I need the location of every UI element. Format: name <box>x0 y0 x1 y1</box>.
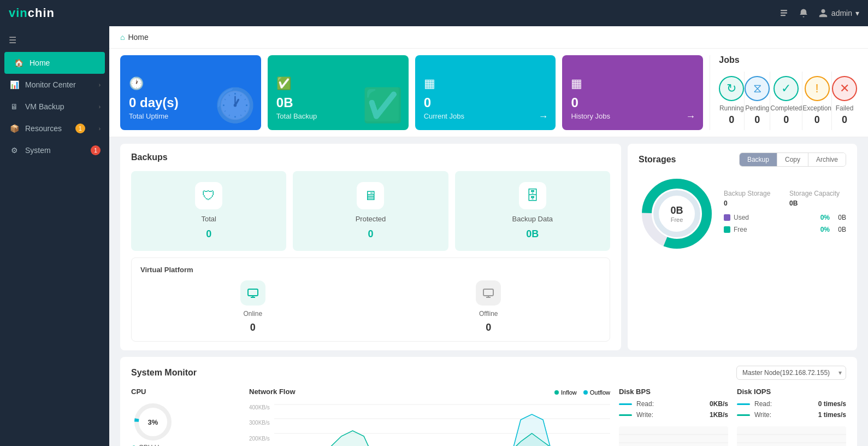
logo-chin: chin <box>28 6 55 20</box>
sidebar-item-resources[interactable]: 📦 Resources 1 › <box>0 118 109 139</box>
iops-chart-area <box>737 426 846 446</box>
job-pending[interactable]: ⧖ Pending 0 <box>745 72 770 130</box>
disk-iops-section: Disk IOPS Read: 0 times/s Write: 1 times… <box>737 388 846 446</box>
stat-card-current[interactable]: ▦ 0 Current Jobs → <box>415 55 556 130</box>
cpu-value: 3% <box>148 418 158 426</box>
svg-rect-2 <box>781 15 786 16</box>
backup-stat-total: 🛡 Total 0 <box>131 171 286 251</box>
sidebar-item-home[interactable]: 🏠 Home <box>4 52 105 74</box>
cpu-label-text: CPU Usage <box>139 444 173 446</box>
offline-count: 0 <box>486 322 491 333</box>
cpu-label-icon: ⊙ <box>131 444 137 446</box>
job-completed[interactable]: ✓ Completed 0 <box>770 72 802 130</box>
history-icon: ▦ <box>571 77 694 91</box>
job-running[interactable]: ↻ Running 0 <box>719 72 745 130</box>
data-value: 0B <box>526 228 539 240</box>
data-icon: 🗄 <box>519 182 546 209</box>
sm-header: System Monitor Master Node(192.168.72.15… <box>131 366 846 380</box>
completed-icon: ✓ <box>773 76 799 101</box>
sm-grid: CPU 3% ⊙ CPU Usage <box>131 388 846 446</box>
vp-items: Online 0 Offline 0 <box>140 280 601 333</box>
uptime-bg-icon: 🕐 <box>215 86 256 125</box>
job-exception[interactable]: ! Exception 0 <box>802 72 832 130</box>
cpu-gauge: 3% <box>131 400 240 444</box>
failed-icon: ✕ <box>832 76 857 101</box>
legend-free-pct: 0% <box>820 226 830 233</box>
legend-free-val: 0B <box>833 226 846 233</box>
svg-rect-0 <box>781 10 787 11</box>
backup-stat-data: 🗄 Backup Data 0B <box>455 171 610 251</box>
legend-dot-used <box>724 214 730 221</box>
tab-archive[interactable]: Archive <box>808 153 846 166</box>
history-arrow: → <box>686 111 695 122</box>
resources-icon: 📦 <box>9 123 20 134</box>
system-badge: 1 <box>91 145 101 155</box>
y-400: 400KB/s <box>249 404 270 410</box>
storage-tabs: Backup Copy Archive <box>739 152 846 167</box>
sidebar: ☰ 🏠 Home 📊 Monitor Center › 🖥 VM Backup … <box>0 26 109 446</box>
failed-count: 0 <box>842 114 847 126</box>
tab-backup[interactable]: Backup <box>740 153 777 166</box>
disk-iops-title: Disk IOPS <box>737 388 846 396</box>
resources-arrow: › <box>99 126 101 132</box>
sidebar-item-vmbackup[interactable]: 🖥 VM Backup › <box>0 96 109 118</box>
offline-icon <box>476 280 501 306</box>
pending-label: Pending <box>745 104 769 112</box>
storages-title: Storages <box>639 155 676 165</box>
legend-used-row: Used 0% 0B <box>724 214 846 221</box>
inflow-legend: Inflow <box>554 389 577 396</box>
notes-icon[interactable] <box>779 8 789 18</box>
sidebar-label-system: System <box>25 146 51 155</box>
legend-used-val: 0B <box>833 214 846 221</box>
jobs-items: ↻ Running 0 ⧖ Pending 0 ✓ Completed 0 <box>719 72 857 130</box>
jobs-panel: Jobs ↻ Running 0 ⧖ Pending 0 ✓ Completed <box>710 55 857 130</box>
storage-meta: Backup Storage Storage Capacity 0 0B <box>724 190 846 207</box>
tab-copy[interactable]: Copy <box>777 153 808 166</box>
cpu-donut: 3% <box>131 400 175 444</box>
running-label: Running <box>719 104 744 112</box>
backup-stat-protected: 🖥 Protected 0 <box>293 171 448 251</box>
sidebar-toggle[interactable]: ☰ <box>0 31 109 50</box>
network-svg-wrap <box>274 403 610 446</box>
bps-read-label: Read: <box>636 400 654 408</box>
stat-card-history[interactable]: ▦ 0 History Jobs → <box>562 55 703 130</box>
admin-button[interactable]: admin ▾ <box>818 8 859 18</box>
network-chart-area: 400KB/s 300KB/s 200KB/s 100KB/s <box>249 403 610 446</box>
logo-vin: vin <box>9 6 28 20</box>
node-select[interactable]: Master Node(192.168.72.155) <box>736 366 846 380</box>
admin-label: admin <box>831 9 852 17</box>
running-count: 0 <box>729 114 734 126</box>
total-value: 0 <box>206 228 211 240</box>
iops-write-value: 1 times/s <box>818 411 846 419</box>
iops-read-value: 0 times/s <box>818 400 846 408</box>
disk-iops-write: Write: 1 times/s <box>737 411 846 419</box>
stat-card-uptime[interactable]: 🕐 0 day(s) Total Uptime 🕐 <box>120 55 261 130</box>
sidebar-label-home: Home <box>29 58 50 67</box>
backups-section: Backups 🛡 Total 0 🖥 Protected 0 🗄 Bac <box>120 144 621 350</box>
system-monitor: System Monitor Master Node(192.168.72.15… <box>120 357 857 446</box>
backup-storage-value: 0 <box>724 199 781 207</box>
monitor-icon: 📊 <box>9 79 20 90</box>
exception-label: Exception <box>802 104 831 112</box>
iops-read-line <box>737 403 750 405</box>
network-title: Network Flow <box>249 388 296 396</box>
vp-title: Virtual Platform <box>140 266 601 274</box>
svg-rect-4 <box>483 289 493 296</box>
bps-read-value: 0KB/s <box>710 400 728 408</box>
backups-title: Backups <box>131 152 610 162</box>
total-label: Total <box>201 215 216 223</box>
stat-card-backup[interactable]: ✅ 0B Total Backup ✅ <box>268 55 409 130</box>
current-label: Current Jobs <box>424 112 547 120</box>
monitor-arrow: › <box>99 82 101 88</box>
bell-icon[interactable] <box>799 8 808 18</box>
legend-free-label: Free <box>734 226 820 233</box>
job-failed[interactable]: ✕ Failed 0 <box>832 72 857 130</box>
outflow-dot <box>583 390 588 395</box>
sidebar-item-monitor[interactable]: 📊 Monitor Center › <box>0 74 109 96</box>
storage-cap-label: Storage Capacity <box>789 190 846 197</box>
top-row: 🕐 0 day(s) Total Uptime 🕐 ✅ 0B Total Bac… <box>109 49 868 137</box>
sidebar-item-system[interactable]: ⚙ System 1 <box>0 139 109 161</box>
svg-rect-1 <box>781 13 787 14</box>
disk-iops-read: Read: 0 times/s <box>737 400 846 408</box>
storages-header: Storages Backup Copy Archive <box>639 152 846 167</box>
